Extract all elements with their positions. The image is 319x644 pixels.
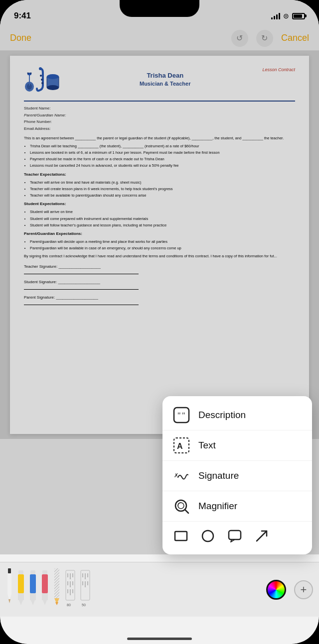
plus-icon: +	[301, 584, 307, 595]
svg-point-26	[202, 531, 213, 541]
svg-rect-41	[42, 570, 47, 574]
svg-line-28	[257, 531, 267, 541]
svg-point-5	[30, 73, 32, 74]
doc-closing: By signing this contract I acknowledge t…	[24, 253, 295, 259]
guitar-icon	[24, 69, 35, 93]
teacher-bullet-1: Teacher will arrive on time and have all…	[30, 180, 295, 185]
magnifier-icon	[172, 497, 190, 515]
svg-marker-40	[31, 600, 35, 605]
svg-marker-44	[43, 600, 47, 605]
svg-marker-32	[8, 599, 10, 603]
annotation-popup-menu: " " Description A Text	[162, 396, 312, 554]
svg-rect-34	[18, 574, 24, 593]
popup-signature-item[interactable]: ✗ Signature	[162, 461, 312, 491]
svg-rect-35	[18, 593, 24, 600]
arrow-shape-button[interactable]	[253, 528, 270, 544]
svg-text:80: 80	[67, 603, 71, 607]
doc-contract-label: Lesson Contract	[262, 67, 295, 73]
svg-text:A: A	[177, 442, 183, 450]
main-bullets: Trisha Dean will be teaching __________ …	[30, 143, 295, 169]
highlighter-blue-icon	[29, 569, 37, 607]
popup-description-item[interactable]: " " Description	[162, 400, 312, 430]
svg-rect-39	[30, 593, 36, 600]
pen-tool[interactable]	[6, 567, 13, 607]
svg-marker-48	[55, 602, 58, 605]
svg-point-7	[39, 67, 42, 70]
shapes-row	[162, 522, 312, 550]
popup-text-item[interactable]: A Text	[162, 430, 312, 461]
color-picker-button[interactable]	[266, 580, 286, 600]
signature-label: Signature	[198, 470, 239, 481]
student-bullet-2: Student will come prepared with instrume…	[30, 216, 295, 221]
signature-icon: ✗	[172, 467, 190, 485]
svg-rect-46	[54, 568, 59, 598]
svg-point-13	[47, 85, 59, 90]
student-bullet-3: Student will follow teacher's guidance a…	[30, 222, 295, 228]
wifi-icon: ⊜	[283, 12, 289, 20]
doc-artist-sub: Musician & Teacher	[68, 80, 262, 88]
svg-text:": "	[182, 411, 185, 420]
saxophone-icon	[36, 67, 45, 93]
speech-bubble-shape-button[interactable]	[226, 528, 243, 544]
text-label: Text	[198, 440, 216, 451]
svg-marker-36	[19, 600, 23, 605]
student-bullets: Student will arrive on time Student will…	[30, 209, 295, 228]
highlighter-pink-tool[interactable]	[41, 569, 49, 607]
parent-bullets: Parent/guardian will decide upon a meeti…	[30, 239, 295, 251]
svg-rect-33	[18, 570, 23, 574]
popup-magnifier-item[interactable]: Magnifier	[162, 491, 312, 522]
teacher-bullet-3: Teacher will be available to parent/guar…	[30, 193, 295, 198]
redo-button[interactable]: ↻	[256, 30, 273, 47]
battery-icon	[292, 13, 305, 19]
svg-rect-37	[30, 570, 35, 574]
home-indicator	[127, 638, 192, 640]
pencil-tool[interactable]	[53, 567, 61, 607]
teacher-bullet-2: Teacher will create lesson plans in 6 we…	[30, 186, 295, 192]
bullet-3: Payment should be made in the form of ca…	[30, 156, 295, 162]
teacher-sig-line: Teacher Signature: ___________________	[24, 264, 139, 274]
drum-icon	[46, 69, 60, 93]
svg-rect-38	[30, 574, 36, 593]
notch	[120, 0, 199, 17]
undo-icon: ↺	[236, 33, 243, 43]
doc-divider	[24, 101, 295, 102]
ruler-icon: 80	[65, 569, 76, 607]
text-tool-icon: A	[172, 436, 190, 454]
document-paper: Trisha Dean Musician & Teacher Lesson Co…	[10, 56, 309, 434]
rectangle-shape-button[interactable]	[172, 528, 189, 544]
drawing-toolbar: 80 50 +	[0, 562, 319, 617]
bullet-2: Lessons are booked in sets of 6, at a mi…	[30, 150, 295, 155]
svg-rect-43	[42, 593, 48, 600]
svg-rect-27	[229, 531, 241, 539]
bullet-4: Lessons must be cancelled 24 hours in ad…	[30, 163, 295, 168]
svg-text:50: 50	[82, 603, 86, 607]
pencil-icon	[53, 567, 61, 607]
doc-artist-name: Trisha Dean	[68, 71, 262, 81]
parent-bullet-1: Parent/guardian will decide upon a meeti…	[30, 239, 295, 244]
circle-shape-button[interactable]	[199, 528, 216, 544]
svg-rect-16	[174, 408, 189, 423]
undo-button[interactable]: ↺	[231, 30, 248, 47]
bullet-1: Trisha Dean will be teaching __________ …	[30, 143, 295, 149]
status-time: 9:41	[14, 11, 31, 21]
signature-section: Teacher Signature: ___________________ S…	[24, 264, 295, 305]
description-label: Description	[198, 410, 246, 421]
add-tool-button[interactable]: +	[294, 580, 313, 599]
cancel-button[interactable]: Cancel	[281, 33, 309, 43]
highlighter-yellow-icon	[17, 569, 25, 607]
ruler-tool[interactable]: 80	[65, 569, 76, 607]
highlighter-yellow-tool[interactable]	[17, 569, 25, 607]
highlighter-blue-tool[interactable]	[29, 569, 37, 607]
doc-intro-paragraph: This is an agreement between __________ …	[24, 135, 295, 141]
ruler2-icon: 50	[80, 569, 91, 607]
doc-body: This is an agreement between __________ …	[24, 135, 295, 305]
email-field: Email Address:	[24, 126, 295, 132]
student-bullet-1: Student will arrive on time	[30, 209, 295, 215]
svg-rect-29	[8, 568, 11, 573]
document-area: Trisha Dean Musician & Teacher Lesson Co…	[0, 51, 319, 439]
done-button[interactable]: Done	[10, 33, 31, 43]
ruler2-tool[interactable]: 50	[80, 569, 91, 607]
teacher-bullets: Teacher will arrive on time and have all…	[30, 180, 295, 199]
redo-icon: ↻	[261, 33, 268, 43]
highlighter-pink-icon	[41, 569, 49, 607]
